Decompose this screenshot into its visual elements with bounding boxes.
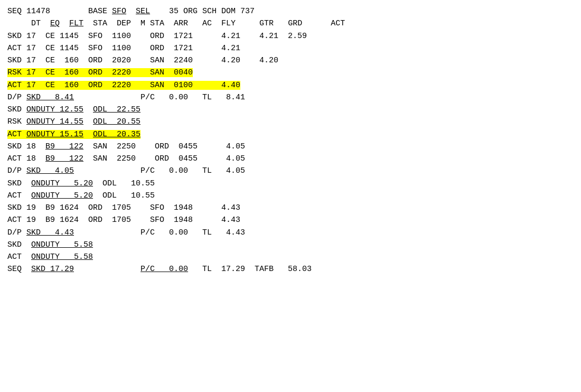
- schedule-line: DT EQ FLT STA DEP M STA ARR AC FLY GTR G…: [7, 17, 574, 30]
- underlined-text: ONDUTY 5.20: [31, 179, 93, 188]
- underlined-text: ONDUTY 5.20: [31, 191, 93, 200]
- underlined-text: SKD 4.05: [26, 166, 74, 175]
- underlined-text: B9 122: [45, 154, 83, 163]
- underlined-text: EQ: [50, 19, 60, 28]
- schedule-line: RSK 17 CE 160 ORD 2220 SAN 0040: [7, 67, 574, 79]
- schedule-line: ACT 19 B9 1624 ORD 1705 SFO 1948 4.43: [7, 214, 574, 226]
- underlined-text: ODL 20.35: [93, 130, 140, 139]
- schedule-line: ACT 17 CE 1145 SFO 1100 ORD 1721 4.21: [7, 42, 574, 54]
- highlighted-row: RSK 17 CE 160 ORD 2220 SAN 0040: [7, 68, 193, 77]
- schedule-line: SKD 17 CE 1145 SFO 1100 ORD 1721 4.21 4.…: [7, 30, 574, 42]
- schedule-line: SEQ 11478 BASE SFO SEL 35 ORG SCH DOM 73…: [7, 5, 574, 17]
- schedule-line: SKD 17 CE 160 ORD 2020 SAN 2240 4.20 4.2…: [7, 54, 574, 67]
- underlined-text: ONDUTY 15.15: [26, 130, 83, 139]
- schedule-line: SKD 19 B9 1624 ORD 1705 SFO 1948 4.43: [7, 202, 574, 214]
- highlighted-row: ACT 17 CE 160 ORD 2220 SAN 0100 4.40: [7, 81, 240, 90]
- schedule-line: ACT 18 B9 122 SAN 2250 ORD 0455 4.05: [7, 153, 574, 165]
- underlined-text: ONDUTY 5.58: [31, 253, 93, 262]
- underlined-text: SKD 4.43: [26, 228, 74, 237]
- underlined-text: ODL 20.55: [93, 117, 140, 126]
- highlighted-row: ACT ONDUTY 15.15 ODL 20.35: [7, 130, 140, 139]
- underlined-text: ONDUTY 5.58: [31, 240, 93, 249]
- underlined-text: P/C 0.00: [140, 265, 188, 274]
- schedule-line: SKD 18 B9 122 SAN 2250 ORD 0455 4.05: [7, 141, 574, 153]
- schedule-line: SKD ONDUTY 12.55 ODL 22.55: [7, 104, 574, 116]
- schedule-line: SKD ONDUTY 5.58: [7, 239, 574, 251]
- schedule-line: D/P SKD 4.05 P/C 0.00 TL 4.05: [7, 165, 574, 177]
- underlined-text: ONDUTY 12.55: [26, 105, 83, 114]
- underlined-text: B9 122: [45, 142, 83, 151]
- schedule-line: SKD ONDUTY 5.20 ODL 10.55: [7, 178, 574, 190]
- underlined-text: ONDUTY 14.55: [26, 117, 83, 126]
- schedule-line: ACT ONDUTY 5.58: [7, 251, 574, 263]
- schedule-line: ACT ONDUTY 5.20 ODL 10.55: [7, 190, 574, 202]
- schedule-line: ACT 17 CE 160 ORD 2220 SAN 0100 4.40: [7, 79, 574, 91]
- underlined-text: SFO: [112, 7, 126, 16]
- underlined-text: SKD 8.41: [26, 93, 74, 102]
- underlined-text: SKD 17.29: [31, 265, 74, 274]
- schedule-line: SEQ SKD 17.29 P/C 0.00 TL 17.29 TAFB 58.…: [7, 263, 574, 275]
- underlined-text: ODL 22.55: [93, 105, 140, 114]
- flight-schedule-display: SEQ 11478 BASE SFO SEL 35 ORG SCH DOM 73…: [7, 5, 574, 276]
- underlined-text: FLT: [69, 19, 83, 28]
- underlined-text: SEL: [136, 7, 150, 16]
- schedule-line: ACT ONDUTY 15.15 ODL 20.35: [7, 128, 574, 141]
- schedule-line: D/P SKD 8.41 P/C 0.00 TL 8.41: [7, 91, 574, 104]
- schedule-line: D/P SKD 4.43 P/C 0.00 TL 4.43: [7, 227, 574, 239]
- schedule-line: RSK ONDUTY 14.55 ODL 20.55: [7, 116, 574, 128]
